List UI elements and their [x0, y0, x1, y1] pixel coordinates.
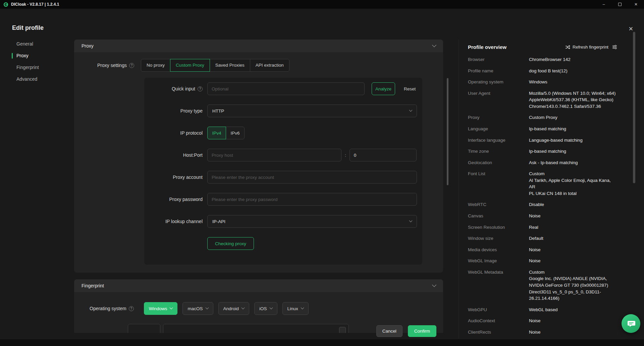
- main-scrollbar[interactable]: [447, 78, 448, 185]
- edit-profile-dialog: Edit profile ✕ General Proxy Fingerprint…: [0, 9, 644, 346]
- tab-api-extraction[interactable]: API extraction: [250, 59, 289, 72]
- sidebar-item-proxy[interactable]: Proxy: [12, 50, 69, 62]
- maximize-button[interactable]: [612, 0, 628, 9]
- checking-proxy-button[interactable]: Checking proxy: [207, 237, 254, 250]
- chevron-down-icon: [269, 306, 273, 309]
- operating-system-label: Operating system ?: [90, 306, 134, 311]
- overview-row-user-agent: User AgentMozilla/5.0 (Windows NT 10.0; …: [468, 88, 617, 112]
- sliders-icon[interactable]: [612, 45, 617, 49]
- chat-widget-button[interactable]: [622, 314, 640, 333]
- dialog-close-button[interactable]: ✕: [629, 25, 633, 32]
- chevron-down-icon: [409, 109, 413, 112]
- os-option-ios[interactable]: iOS: [254, 302, 277, 315]
- overview-row-time-zone: Time zoneIp-based matching: [468, 146, 617, 157]
- page-title: Edit profile: [12, 24, 44, 31]
- proxy-account-label: Proxy account: [144, 175, 203, 180]
- reset-button[interactable]: Reset: [404, 86, 416, 91]
- sidebar-item-fingerprint[interactable]: Fingerprint: [12, 62, 69, 73]
- sidebar-item-label: Proxy: [16, 53, 29, 58]
- os-option-macos[interactable]: macOS: [182, 302, 213, 315]
- os-option-android[interactable]: Android: [218, 302, 250, 315]
- sidebar-item-advanced[interactable]: Advanced: [12, 73, 69, 85]
- chevron-down-icon: [205, 306, 209, 309]
- proxy-mode-tabs: No proxy Custom Proxy Saved Proxies API …: [141, 59, 289, 72]
- proxy-password-input[interactable]: [207, 193, 417, 206]
- tab-saved-proxies[interactable]: Saved Proxies: [210, 59, 250, 72]
- overview-row-webgl-image: WebGL ImageNoise: [468, 255, 617, 267]
- os-option-linux[interactable]: Linux: [282, 302, 309, 315]
- proxy-panel-body: Proxy settings ? No proxy Custom Proxy S…: [74, 52, 443, 273]
- tab-custom-proxy[interactable]: Custom Proxy: [170, 59, 210, 72]
- shuffle-icon: [565, 45, 570, 49]
- os-options: Windows macOS Android iOS Linux: [144, 302, 309, 315]
- dialog-bottom-edge: [0, 339, 644, 346]
- proxy-form: Quick input ? Analyze Reset Proxy type: [144, 78, 422, 265]
- proxy-settings-label: Proxy settings ?: [97, 63, 134, 68]
- refresh-fingerprint-button[interactable]: Refresh fingerprint: [565, 45, 617, 50]
- proxy-type-select[interactable]: HTTP: [207, 105, 417, 117]
- cancel-button[interactable]: Cancel: [376, 325, 402, 337]
- ipv6-option[interactable]: IPv6: [226, 127, 245, 139]
- chevron-down-icon: [409, 219, 413, 222]
- overview-row-webgpu: WebGPUWebGL based: [468, 304, 617, 316]
- sidebar-item-general[interactable]: General: [12, 38, 69, 50]
- help-icon[interactable]: ?: [129, 63, 134, 68]
- minimize-button[interactable]: –: [596, 0, 612, 9]
- proxy-account-input[interactable]: [207, 171, 417, 184]
- overview-row-font-list: Font ListCustom Al Tarikh, Apple Color E…: [468, 168, 617, 199]
- overview-row-webrtc: WebRTCDisable: [468, 199, 617, 210]
- chat-bubble-icon: [626, 319, 636, 328]
- proxy-password-label: Proxy password: [144, 197, 203, 202]
- proxy-panel: Proxy Proxy settings ? No proxy Custom P…: [74, 40, 443, 273]
- overview-row-browser: BrowserChromeBrowser 142: [468, 54, 617, 65]
- app-title: DICloak - V2.8.17 | 1.2.4.1: [11, 2, 59, 7]
- proxy-type-value: HTTP: [212, 109, 224, 114]
- chevron-down-icon[interactable]: [432, 43, 436, 47]
- quick-input-field[interactable]: [207, 82, 365, 95]
- tab-no-proxy[interactable]: No proxy: [141, 59, 170, 72]
- ip-lookup-select[interactable]: IP-API: [207, 215, 417, 228]
- overview-row-webgl-metadata: WebGL MetadataCustom Google Inc. (NVIDIA…: [468, 267, 617, 304]
- sidebar-item-label: Fingerprint: [16, 65, 39, 70]
- refresh-fingerprint-label: Refresh fingerprint: [573, 45, 608, 50]
- ipv4-option[interactable]: IPv4: [207, 127, 226, 139]
- overview-row-profile-name: Profile namedog food B test(12): [468, 65, 617, 77]
- fingerprint-panel-header[interactable]: Fingerprint: [74, 279, 443, 292]
- os-option-windows[interactable]: Windows: [144, 302, 178, 315]
- chevron-down-icon: [241, 306, 245, 309]
- chevron-down-icon: [301, 306, 304, 309]
- maximize-icon: [618, 3, 622, 6]
- main-content: Proxy Proxy settings ? No proxy Custom P…: [74, 40, 443, 333]
- quick-input-label: Quick input ?: [144, 86, 203, 91]
- overview-row-media-devices: Media devicesNoise: [468, 244, 617, 256]
- overview-row-proxy: ProxyCustom Proxy: [468, 112, 617, 123]
- host-port-separator: :: [345, 153, 346, 158]
- sidebar-item-label: General: [16, 41, 33, 47]
- close-window-button[interactable]: ✕: [628, 0, 644, 9]
- overview-row-geolocation: GeolocationAsk - Ip-based matching: [468, 157, 617, 168]
- overview-row-clientrects: ClientRectsNoise: [468, 327, 617, 338]
- overview-row-audiocontext: AudioContextNoise: [468, 315, 617, 327]
- sidebar-nav: General Proxy Fingerprint Advanced: [12, 38, 69, 85]
- proxy-port-input[interactable]: [350, 149, 417, 161]
- help-icon[interactable]: ?: [129, 306, 134, 311]
- help-icon[interactable]: ?: [198, 86, 203, 91]
- close-icon: ✕: [634, 2, 638, 7]
- overview-row-window-size: Window sizeDefault: [468, 233, 617, 244]
- host-port-label: Host:Port: [144, 152, 203, 158]
- proxy-panel-header[interactable]: Proxy: [74, 40, 443, 52]
- overview-scrollbar[interactable]: [633, 32, 635, 183]
- overview-title: Profile overview: [468, 44, 506, 50]
- confirm-button[interactable]: Confirm: [408, 325, 436, 337]
- ip-protocol-label: IP protocol: [144, 130, 203, 136]
- ip-lookup-label: IP lookup channel: [144, 219, 203, 224]
- analyze-button[interactable]: Analyze: [372, 82, 395, 95]
- profile-overview-panel: Profile overview Refresh fingerprint: [459, 40, 626, 339]
- proxy-type-label: Proxy type: [144, 108, 203, 114]
- proxy-host-input[interactable]: [207, 149, 341, 161]
- sidebar-item-label: Advanced: [16, 76, 37, 82]
- dialog-footer: Cancel Confirm: [0, 323, 451, 339]
- fingerprint-panel-title: Fingerprint: [82, 283, 104, 288]
- chevron-down-icon[interactable]: [432, 283, 436, 287]
- overview-rows: BrowserChromeBrowser 142 Profile namedog…: [468, 54, 617, 338]
